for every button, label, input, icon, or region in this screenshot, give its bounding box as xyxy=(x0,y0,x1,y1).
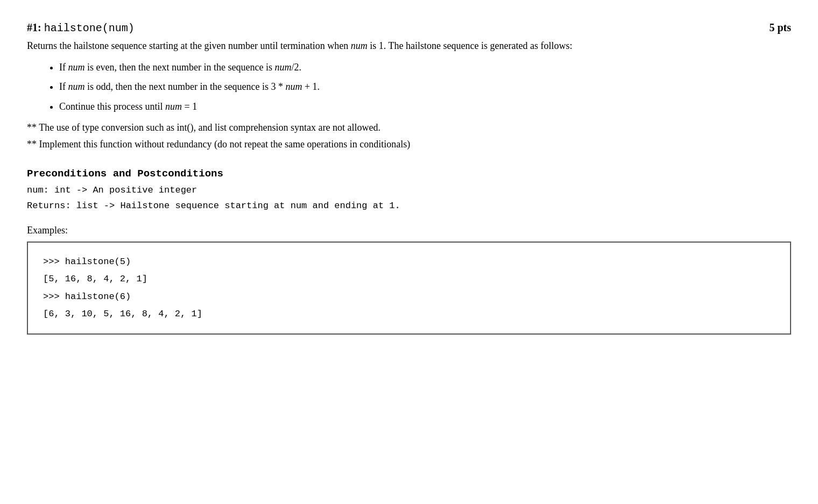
question-points: 5 pts xyxy=(769,22,791,34)
code-box: >>> hailstone(5) [5, 16, 8, 4, 2, 1] >>>… xyxy=(27,242,791,335)
bullet-list: If num is even, then the next number in … xyxy=(59,59,791,115)
precondition-num: num: int -> An positive integer xyxy=(27,183,791,198)
example2-result: [6, 3, 10, 5, 16, 8, 4, 2, 1] xyxy=(43,306,775,323)
description-intro: Returns the hailstone sequence starting … xyxy=(27,39,791,53)
precondition-returns: Returns: list -> Hailstone sequence star… xyxy=(27,198,791,214)
description-num-italic: num xyxy=(351,40,368,51)
question-header: #1: hailstone(num) 5 pts xyxy=(27,22,791,34)
description-text-before: Returns the hailstone sequence starting … xyxy=(27,40,348,51)
preconditions-title: Preconditions and Postconditions xyxy=(27,168,791,180)
bullet1-num: num xyxy=(68,62,85,73)
bullet-item-1: If num is even, then the next number in … xyxy=(59,59,791,76)
examples-label: Examples: xyxy=(27,225,791,236)
bullet2-num: num xyxy=(68,81,85,92)
examples-section: Examples: >>> hailstone(5) [5, 16, 8, 4,… xyxy=(27,225,791,335)
question-function: hailstone(num) xyxy=(44,22,135,34)
bullet-item-2: If num is odd, then the next number in t… xyxy=(59,78,791,95)
note-2: ** Implement this function without redun… xyxy=(27,137,791,152)
question-container: #1: hailstone(num) 5 pts Returns the hai… xyxy=(27,22,791,335)
example1-result: [5, 16, 8, 4, 2, 1] xyxy=(43,271,775,288)
example1-cmd: >>> hailstone(5) xyxy=(43,253,775,271)
preconditions-section: Preconditions and Postconditions num: in… xyxy=(27,168,791,214)
example2-cmd: >>> hailstone(6) xyxy=(43,288,775,306)
description-text-after: is 1. The hailstone sequence is generate… xyxy=(370,40,572,51)
note-1: ** The use of type conversion such as in… xyxy=(27,120,791,135)
question-title: #1: hailstone(num) xyxy=(27,22,135,34)
bullet-item-3: Continue this process until num = 1 xyxy=(59,98,791,115)
question-label: #1 xyxy=(27,22,38,33)
